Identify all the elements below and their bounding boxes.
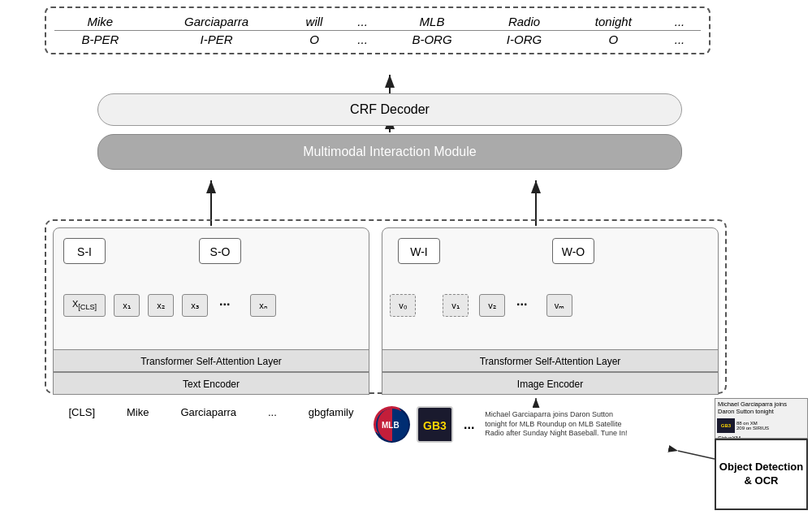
channel-info: 88 on XM 209 on SIRIUS bbox=[736, 421, 769, 431]
output-table: Mike Garciaparra will ... MLB Radio toni… bbox=[45, 6, 710, 54]
multimodal-interaction-box: Multimodal Interaction Module bbox=[97, 134, 682, 170]
mlb-logo: MLB bbox=[374, 406, 410, 443]
cell-iorg: I-ORG bbox=[480, 31, 568, 49]
text-token-dots: ... bbox=[219, 294, 230, 309]
cell-o1: O bbox=[287, 31, 341, 49]
wo-box: W-O bbox=[552, 238, 594, 264]
cell-bper: B-PER bbox=[54, 31, 146, 49]
image-encoder-label: Image Encoder bbox=[382, 372, 719, 395]
news-thumbnail: Michael Garciaparra joins Daron Sutton t… bbox=[715, 398, 808, 439]
label-mike: Mike bbox=[127, 406, 149, 418]
svg-line-16 bbox=[678, 451, 715, 459]
so-label: S-O bbox=[210, 245, 231, 258]
si-box: S-I bbox=[63, 238, 106, 264]
token-v1: v₁ bbox=[443, 294, 469, 317]
ocr-box: Object Detection & OCR bbox=[715, 439, 808, 510]
cell-tonight: tonight bbox=[568, 13, 659, 31]
wi-label: W-I bbox=[410, 245, 428, 258]
text-encoder-label: Text Encoder bbox=[53, 372, 369, 395]
cell-o2: O bbox=[568, 31, 659, 49]
thumbnail-logo-row: GB3 88 on XM 209 on SIRIUS bbox=[715, 417, 807, 435]
si-label: S-I bbox=[77, 245, 92, 258]
label-dots: ... bbox=[268, 406, 277, 418]
thumbnail-text: Michael Garciaparra joins Daron Sutton t… bbox=[715, 399, 807, 417]
transformer-text-label: Transformer Self-Attention Layer bbox=[53, 349, 369, 372]
label-gbg: gbgfamily bbox=[309, 406, 354, 418]
wo-label: W-O bbox=[562, 245, 585, 258]
wi-box: W-I bbox=[398, 238, 440, 264]
gb3-logo: GB3 bbox=[417, 406, 453, 443]
ocr-label: Object Detection & OCR bbox=[719, 461, 803, 488]
svg-text:GB3: GB3 bbox=[423, 419, 447, 432]
token-v2: v₂ bbox=[479, 294, 505, 317]
multimodal-label: Multimodal Interaction Module bbox=[303, 145, 476, 158]
cell-dots1: ... bbox=[342, 13, 384, 31]
crf-decoder-box: CRF Decoder bbox=[97, 93, 682, 126]
cell-will: will bbox=[287, 13, 341, 31]
diagram-container: Mike Garciaparra will ... MLB Radio toni… bbox=[0, 0, 812, 515]
cell-garciaparra: Garciaparra bbox=[146, 13, 287, 31]
cell-iper: I-PER bbox=[146, 31, 287, 49]
token-x2: x₂ bbox=[148, 294, 174, 317]
crf-decoder-label: CRF Decoder bbox=[350, 102, 430, 116]
img-token-dots: ... bbox=[516, 294, 527, 309]
label-garciaparra: Garciaparra bbox=[180, 406, 236, 418]
token-vm: vₘ bbox=[546, 294, 572, 317]
cell-borg: B-ORG bbox=[384, 31, 481, 49]
bottom-text-labels: [CLS] Mike Garciaparra ... gbgfamily bbox=[53, 406, 369, 418]
token-x1: x₁ bbox=[114, 294, 140, 317]
cell-dots2: ... bbox=[659, 13, 701, 31]
so-box: S-O bbox=[199, 238, 241, 264]
token-xn: xₙ bbox=[250, 294, 276, 317]
cell-mike: Mike bbox=[54, 13, 146, 31]
svg-text:MLB: MLB bbox=[382, 421, 400, 430]
token-xcls: X[CLS] bbox=[63, 294, 106, 317]
token-v0: v₀ bbox=[390, 294, 416, 317]
transformer-img-label: Transformer Self-Attention Layer bbox=[382, 349, 719, 372]
image-caption: Michael Garciaparra joins Daron Sutton t… bbox=[485, 410, 631, 439]
cell-mlb: MLB bbox=[384, 13, 481, 31]
cell-dots4: ... bbox=[659, 31, 701, 49]
img-dots: ... bbox=[464, 418, 474, 432]
bottom-image-area: MLB GB3 ... Michael Garciaparra joins Da… bbox=[374, 406, 723, 443]
label-cls: [CLS] bbox=[68, 406, 95, 418]
token-x3: x₃ bbox=[182, 294, 208, 317]
cell-radio: Radio bbox=[480, 13, 568, 31]
cell-dots3: ... bbox=[342, 31, 384, 49]
